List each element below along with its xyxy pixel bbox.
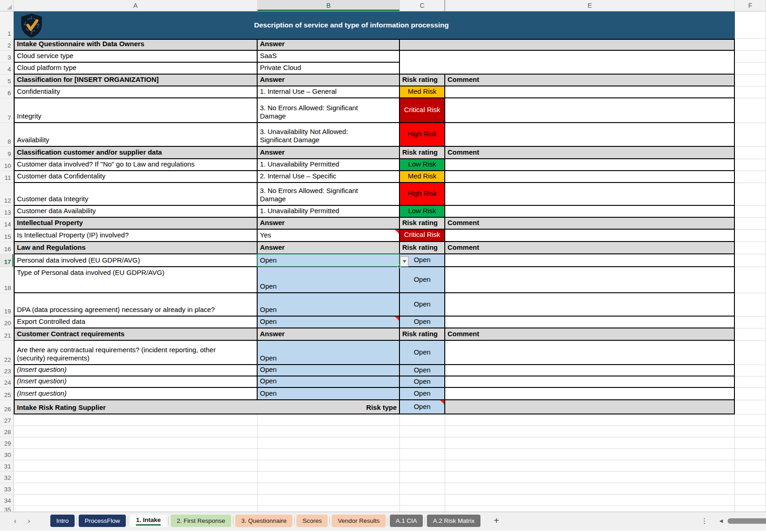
- risk-rating-header-cell[interactable]: Risk rating: [400, 242, 445, 254]
- empty-cell[interactable]: [400, 449, 445, 460]
- empty-cell[interactable]: [735, 147, 766, 159]
- dropdown-arrow-button[interactable]: [400, 256, 409, 267]
- row-header-15[interactable]: 15: [0, 230, 14, 242]
- answer-header-cell[interactable]: Answer: [258, 147, 400, 159]
- empty-cell[interactable]: [735, 293, 766, 317]
- answer-cell[interactable]: 3. No Errors Allowed: Significant Damage: [258, 183, 400, 206]
- risk-rating-header-cell[interactable]: Risk rating: [400, 75, 445, 86]
- answer-cell[interactable]: 2. Internal Use – Specific: [258, 171, 400, 183]
- empty-cell[interactable]: [445, 426, 735, 437]
- empty-cell[interactable]: [445, 506, 735, 512]
- answer-cell[interactable]: 3. Unavailability Not Allowed: Significa…: [258, 123, 400, 147]
- row-header-35[interactable]: 35: [0, 506, 14, 512]
- comment-cell[interactable]: [445, 123, 735, 147]
- sheet-tab-3-questionnaire[interactable]: 3. Questionnaire: [235, 515, 292, 527]
- row-header-19[interactable]: 19: [0, 293, 14, 317]
- empty-cell[interactable]: [735, 171, 766, 183]
- question-cell[interactable]: Integrity: [14, 98, 258, 123]
- comment-header-cell[interactable]: Comment: [445, 242, 735, 254]
- answer-open-cell[interactable]: Open: [258, 388, 400, 400]
- empty-cell[interactable]: [445, 494, 735, 506]
- question-cell[interactable]: (Insert question): [14, 388, 258, 400]
- empty-cell[interactable]: [258, 449, 400, 460]
- question-cell[interactable]: Cloud platform type: [14, 63, 258, 75]
- empty-cell[interactable]: [445, 414, 735, 426]
- row-header-5[interactable]: 5: [0, 75, 14, 86]
- row-header-30[interactable]: 30: [0, 449, 14, 460]
- answer-open-cell[interactable]: Open: [258, 365, 400, 376]
- question-cell[interactable]: Are there any contractual requirements? …: [14, 341, 258, 365]
- empty-cell[interactable]: [14, 437, 258, 449]
- answer-cell[interactable]: 1. Unavailability Permitted: [258, 159, 400, 171]
- empty-cell[interactable]: [735, 426, 766, 437]
- filler-cell[interactable]: [400, 39, 735, 51]
- empty-cell[interactable]: [735, 75, 766, 86]
- column-header-A[interactable]: A: [14, 0, 258, 11]
- row-header-13[interactable]: 13: [0, 206, 14, 218]
- question-cell[interactable]: Customer data involved? If "No" go to La…: [14, 159, 258, 171]
- row-header-20[interactable]: 20: [0, 317, 14, 328]
- empty-cell[interactable]: [258, 414, 400, 426]
- selected-cell-b17[interactable]: Open: [258, 254, 400, 267]
- row-header-9[interactable]: 9: [0, 147, 14, 159]
- sheet-tab-a-1-cia[interactable]: A.1 CIA: [390, 515, 423, 527]
- row-header-22[interactable]: 22: [0, 341, 14, 365]
- empty-cell[interactable]: [735, 267, 766, 293]
- answer-header-cell[interactable]: Answer: [258, 218, 400, 230]
- comment-cell[interactable]: [445, 230, 735, 242]
- answer-open-cell[interactable]: Open: [258, 376, 400, 388]
- row-header-18[interactable]: 18: [0, 267, 14, 293]
- empty-cell[interactable]: [400, 414, 445, 426]
- risk-open-cell[interactable]: Open: [400, 376, 445, 388]
- empty-cell[interactable]: [735, 230, 766, 242]
- row-header-26[interactable]: 26: [0, 400, 14, 414]
- empty-cell[interactable]: [400, 437, 445, 449]
- empty-cell[interactable]: [735, 317, 766, 328]
- sheet-tab-processflow[interactable]: ProcessFlow: [79, 515, 126, 527]
- question-cell[interactable]: Type of Personal data involved (EU GDPR/…: [14, 267, 258, 293]
- empty-cell[interactable]: [258, 472, 400, 483]
- empty-cell[interactable]: [735, 51, 766, 63]
- answer-cell[interactable]: 3. No Errors Allowed: Significant Damage: [258, 98, 400, 123]
- risk-rating-cell[interactable]: Med Risk: [400, 171, 445, 183]
- empty-cell[interactable]: [735, 388, 766, 400]
- comment-header-cell[interactable]: Comment: [445, 147, 735, 159]
- empty-cell[interactable]: [258, 483, 400, 494]
- question-cell[interactable]: Customer data Integrity: [14, 183, 258, 206]
- section-header-cell[interactable]: Classification customer and/or supplier …: [14, 147, 258, 159]
- empty-cell[interactable]: [258, 494, 400, 506]
- comment-header-cell[interactable]: Comment: [445, 328, 735, 341]
- comment-cell[interactable]: [445, 183, 735, 206]
- answer-header-cell[interactable]: Answer: [258, 242, 400, 254]
- risk-open-cell[interactable]: Open: [400, 341, 445, 365]
- risk-open-cell[interactable]: Open: [400, 317, 445, 328]
- title-cell[interactable]: Description of service and type of infor…: [14, 11, 735, 39]
- section-header-cell[interactable]: Customer Contract requirements: [14, 328, 258, 341]
- question-cell[interactable]: Personal data involved (EU GDPR/AVG): [14, 254, 258, 267]
- row-header-21[interactable]: 21: [0, 328, 14, 341]
- risk-rating-header-cell[interactable]: Risk rating: [400, 328, 445, 341]
- question-cell[interactable]: Export Controlled data: [14, 317, 258, 328]
- sheet-tab-vendor-results[interactable]: Vendor Results: [332, 515, 386, 527]
- empty-cell[interactable]: [735, 11, 766, 39]
- column-header-C[interactable]: C: [400, 0, 445, 11]
- empty-cell[interactable]: [735, 183, 766, 206]
- comment-header-cell[interactable]: Comment: [445, 218, 735, 230]
- row-header-23[interactable]: 23: [0, 365, 14, 376]
- answer-cell[interactable]: 1. Unavailability Permitted: [258, 206, 400, 218]
- risk-open-cell[interactable]: Open: [400, 388, 445, 400]
- empty-cell[interactable]: [14, 449, 258, 460]
- row-header-10[interactable]: 10: [0, 159, 14, 171]
- empty-cell[interactable]: [14, 472, 258, 483]
- empty-cell[interactable]: [400, 472, 445, 483]
- column-header-E[interactable]: E: [445, 0, 735, 11]
- empty-cell[interactable]: [735, 123, 766, 147]
- empty-cell[interactable]: [258, 506, 400, 512]
- empty-cell[interactable]: [735, 376, 766, 388]
- empty-cell[interactable]: [445, 437, 735, 449]
- empty-cell[interactable]: [735, 159, 766, 171]
- empty-cell[interactable]: [400, 494, 445, 506]
- empty-cell[interactable]: [14, 483, 258, 494]
- empty-cell[interactable]: [445, 460, 735, 472]
- empty-cell[interactable]: [258, 437, 400, 449]
